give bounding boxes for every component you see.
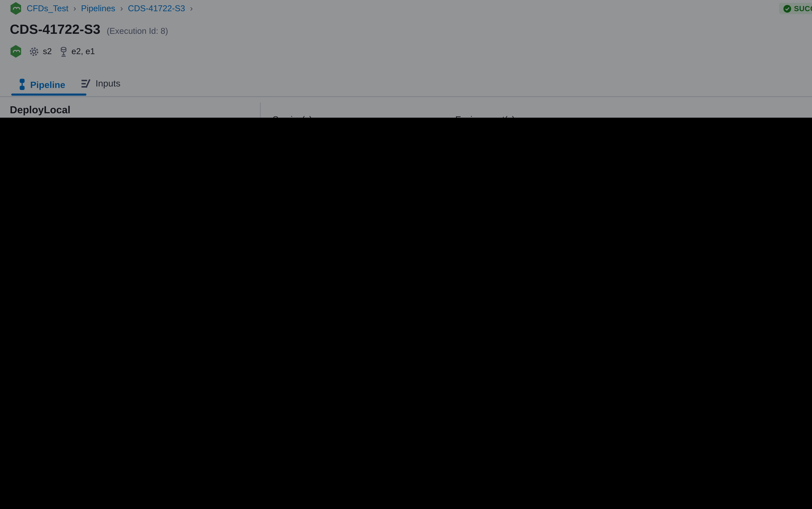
execution-page: CFDs_Test › Pipelines › CDS-41722-S3 › S… <box>0 0 812 118</box>
modal-dim-overlay <box>0 0 812 118</box>
